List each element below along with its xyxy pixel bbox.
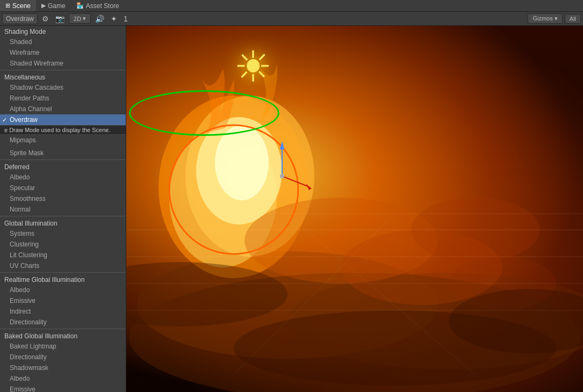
menu-item-shaded-label: Shaded — [10, 38, 32, 46]
menu-item-shaded[interactable]: Shaded — [0, 37, 126, 47]
tab-asset-store[interactable]: 🏪 Asset Store — [71, 0, 125, 11]
overdraw-mode-label[interactable]: Overdraw — [2, 13, 38, 24]
menu-item-systems-label: Systems — [10, 230, 34, 237]
gizmos-label: Gizmos ▾ — [532, 15, 557, 22]
shading-mode-header: Shading Mode — [0, 26, 126, 37]
separator-1 — [0, 70, 126, 70]
menu-item-shaded-wireframe-label: Shaded Wireframe — [10, 60, 63, 67]
menu-item-directionality-baked-label: Directionality — [10, 353, 47, 361]
deferred-header: Deferred — [0, 161, 126, 172]
menu-item-indirect[interactable]: Indirect — [0, 306, 126, 317]
menu-item-normal-label: Normal — [10, 206, 31, 213]
view-mode-dropdown[interactable]: 2D ▾ — [69, 13, 91, 24]
menu-item-deferred-albedo[interactable]: Albedo — [0, 172, 126, 183]
tab-scene[interactable]: ⊞ Scene — [0, 0, 36, 11]
menu-item-systems[interactable]: Systems — [0, 228, 126, 239]
toolbar: Overdraw ⚙ 📷 2D ▾ 🔊 ✦ 1 Gizmos ▾ All — [0, 12, 583, 26]
menu-item-deferred-albedo-label: Albedo — [10, 173, 30, 181]
menu-item-uv-charts-gi[interactable]: UV Charts — [0, 260, 126, 271]
main-layout: Shading Mode Shaded Wireframe Shaded Wir… — [0, 26, 583, 392]
menu-item-lit-clustering[interactable]: Lit Clustering — [0, 250, 126, 260]
tooltip-bar: e Draw Mode used to display the Scene. — [0, 125, 126, 135]
toolbar-camera-icon[interactable]: 📷 — [53, 13, 67, 24]
menu-item-smoothness-label: Smoothness — [10, 195, 46, 202]
baked-gi-header: Baked Global Illumination — [0, 330, 126, 341]
menu-item-shadowmask[interactable]: Shadowmask — [0, 362, 126, 373]
menu-item-smoothness[interactable]: Smoothness — [0, 193, 126, 204]
menu-item-baked-emissive[interactable]: Emissive — [0, 384, 126, 392]
menu-item-specular-label: Specular — [10, 184, 35, 192]
misc-header: Miscellaneous — [0, 71, 126, 82]
menu-item-alpha-channel-label: Alpha Channel — [10, 105, 52, 113]
menu-item-overdraw-label: Overdraw — [10, 116, 38, 124]
menu-item-indirect-label: Indirect — [10, 308, 31, 315]
scene-viewport[interactable]: ☀ — [126, 26, 583, 392]
view-mode-chevron: ▾ — [83, 15, 86, 22]
menu-item-baked-lightmap-label: Baked Lightmap — [10, 343, 56, 350]
asset-store-tab-icon: 🏪 — [76, 2, 84, 9]
menu-item-mipmaps-label: Mipmaps — [10, 136, 36, 144]
menu-item-shadowmask-label: Shadowmask — [10, 364, 48, 372]
menu-item-shadow-cascades-label: Shadow Cascades — [10, 84, 63, 91]
menu-item-sprite-mask-label: Sprite Mask — [10, 149, 44, 157]
menu-item-clustering-label: Clustering — [10, 241, 39, 248]
separator-2 — [0, 159, 126, 160]
tab-scene-label: Scene — [12, 2, 31, 10]
menu-item-overdraw[interactable]: ✓ Overdraw — [0, 114, 126, 125]
toolbar-settings-icon[interactable]: ⚙ — [40, 13, 51, 24]
tooltip-text: e Draw Mode used to display the Scene. — [4, 127, 111, 133]
global-illum-header: Global Illumination — [0, 217, 126, 228]
layers-label: All — [570, 16, 576, 22]
game-tab-icon: ▶ — [41, 2, 46, 9]
menu-item-shaded-wireframe[interactable]: Shaded Wireframe — [0, 58, 126, 69]
tab-bar: ⊞ Scene ▶ Game 🏪 Asset Store — [0, 0, 583, 12]
menu-item-emissive[interactable]: Emissive — [0, 295, 126, 306]
menu-item-alpha-channel[interactable]: Alpha Channel — [0, 104, 126, 114]
menu-item-realtime-albedo[interactable]: Albedo — [0, 285, 126, 295]
menu-item-wireframe[interactable]: Wireframe — [0, 47, 126, 58]
separator-4 — [0, 272, 126, 273]
menu-item-realtime-albedo-label: Albedo — [10, 286, 30, 294]
audio-icon[interactable]: 🔊 — [93, 13, 106, 24]
separator-3 — [0, 216, 126, 216]
menu-item-baked-lightmap[interactable]: Baked Lightmap — [0, 341, 126, 352]
menu-item-directionality-rt-label: Directionality — [10, 318, 47, 326]
separator-5 — [0, 329, 126, 329]
tab-asset-store-label: Asset Store — [86, 2, 119, 10]
menu-item-sprite-mask[interactable]: Sprite Mask — [0, 148, 126, 158]
menu-item-specular[interactable]: Specular — [0, 183, 126, 193]
effects-icon[interactable]: ✦ — [109, 13, 119, 24]
menu-item-baked-albedo[interactable]: Albedo — [0, 373, 126, 384]
menu-item-shadow-cascades[interactable]: Shadow Cascades — [0, 82, 126, 93]
menu-item-lit-clustering-label: Lit Clustering — [10, 251, 47, 259]
view-mode-label: 2D — [74, 16, 81, 22]
menu-item-clustering[interactable]: Clustering — [0, 239, 126, 250]
menu-item-normal[interactable]: Normal — [0, 204, 126, 215]
number-icon[interactable]: 1 — [121, 13, 130, 24]
gizmos-dropdown[interactable]: Gizmos ▾ — [528, 13, 562, 24]
menu-item-render-paths[interactable]: Render Paths — [0, 93, 126, 104]
realtime-gi-header: Realtime Global Illumination — [0, 274, 126, 285]
check-icon: ✓ — [2, 117, 7, 124]
scene-tab-icon: ⊞ — [5, 2, 10, 9]
tab-game-label: Game — [48, 2, 66, 10]
scene-background — [126, 26, 583, 392]
menu-item-emissive-label: Emissive — [10, 297, 35, 304]
left-panel-menu: Shading Mode Shaded Wireframe Shaded Wir… — [0, 26, 126, 392]
menu-item-directionality-baked[interactable]: Directionality — [0, 352, 126, 362]
menu-item-mipmaps[interactable]: Mipmaps — [0, 135, 126, 146]
menu-item-uv-charts-gi-label: UV Charts — [10, 262, 39, 270]
layers-dropdown[interactable]: All — [565, 14, 581, 24]
menu-item-baked-emissive-label: Emissive — [10, 386, 35, 392]
tab-game[interactable]: ▶ Game — [36, 0, 71, 11]
menu-item-wireframe-label: Wireframe — [10, 49, 39, 56]
menu-item-baked-albedo-label: Albedo — [10, 375, 30, 382]
menu-item-directionality-rt[interactable]: Directionality — [0, 317, 126, 328]
menu-item-render-paths-label: Render Paths — [10, 95, 49, 102]
